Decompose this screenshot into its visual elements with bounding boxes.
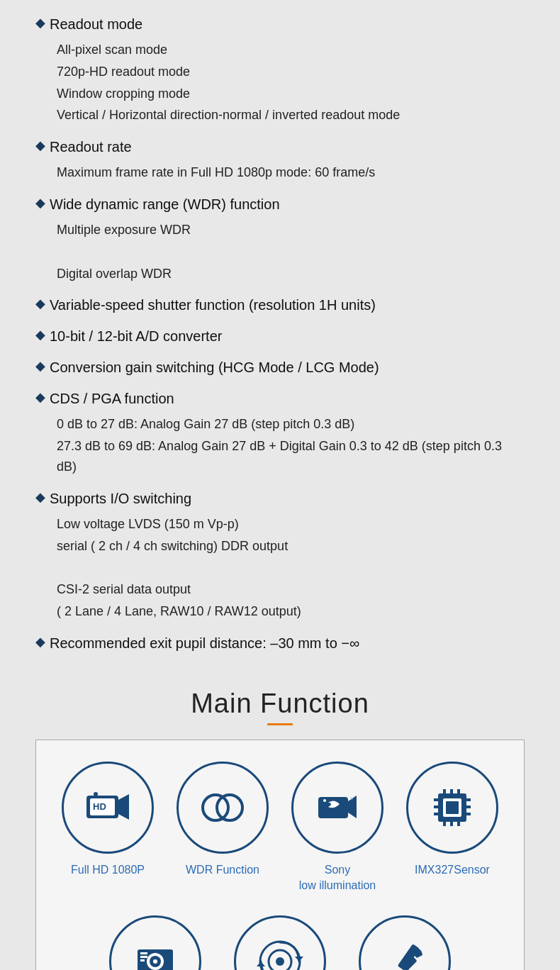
svg-rect-17 xyxy=(443,821,446,826)
svg-marker-1 xyxy=(118,794,129,820)
svg-rect-16 xyxy=(457,789,460,794)
diamond-icon: ◆ xyxy=(35,295,45,313)
svg-rect-23 xyxy=(466,798,471,801)
svg-rect-14 xyxy=(443,789,446,794)
wdr-circle xyxy=(177,762,269,854)
svg-rect-13 xyxy=(446,801,459,814)
spec-cds-title: CDS / PGA function xyxy=(50,389,174,408)
spec-sub: Maximum frame rate in Full HD 1080p mode… xyxy=(57,162,525,183)
spec-readout-rate: ◆ Readout rate Maximum frame rate in Ful… xyxy=(35,137,525,183)
spec-ad-converter: ◆ 10-bit / 12-bit A/D converter xyxy=(35,326,525,346)
diamond-icon: ◆ xyxy=(35,357,45,375)
spec-wdr-title: Wide dynamic range (WDR) function xyxy=(50,194,280,214)
svg-rect-25 xyxy=(466,813,471,815)
svg-rect-32 xyxy=(140,959,145,961)
spec-sub: Vertical / Horizontal direction-normal /… xyxy=(57,105,525,126)
svg-point-29 xyxy=(153,959,157,964)
fixed-focus-circle xyxy=(109,915,201,970)
spec-exit-pupil: ◆ Recommended exit pupil distance: –30 m… xyxy=(35,633,525,653)
spec-sub: Low voltage LVDS (150 m Vp-p) xyxy=(57,514,525,535)
svg-rect-30 xyxy=(140,952,147,954)
full-hd-circle: HD xyxy=(62,762,154,854)
svg-text:HD: HD xyxy=(93,801,106,812)
svg-rect-24 xyxy=(466,805,471,808)
diamond-icon: ◆ xyxy=(35,326,45,344)
spec-wdr: ◆ Wide dynamic range (WDR) function Mult… xyxy=(35,194,525,284)
svg-point-9 xyxy=(323,799,326,802)
spec-sub: ( 2 Lane / 4 Lane, RAW10 / RAW12 output) xyxy=(57,601,525,622)
angle-icon xyxy=(255,937,305,970)
icons-row-1: HD Full HD 1080P WDR Function xyxy=(50,762,510,894)
imx327-circle xyxy=(406,762,498,854)
spec-readout-mode-title: Readout mode xyxy=(50,14,142,34)
spec-io-title: Supports I/O switching xyxy=(50,489,191,508)
wdr-label: WDR Function xyxy=(186,862,259,878)
wdr-icon xyxy=(198,783,247,832)
spec-sub: Digital overlap WDR xyxy=(57,264,525,284)
svg-rect-20 xyxy=(434,798,439,801)
icons-row-2: Fixed focus xyxy=(50,915,510,970)
imx327-icon xyxy=(427,783,477,832)
diamond-icon: ◆ xyxy=(35,137,45,155)
svg-point-4 xyxy=(94,792,98,796)
spec-shutter-title: Variable-speed shutter function (resolut… xyxy=(50,295,376,315)
svg-marker-37 xyxy=(257,961,265,966)
spec-shutter: ◆ Variable-speed shutter function (resol… xyxy=(35,295,525,315)
spec-io-switching: ◆ Supports I/O switching Low voltage LVD… xyxy=(35,489,525,622)
svg-rect-19 xyxy=(457,821,460,826)
spec-conversion-title: Conversion gain switching (HCG Mode / LC… xyxy=(50,357,379,377)
sony-circle xyxy=(291,762,383,854)
icon-wdr: WDR Function xyxy=(166,762,279,878)
icon-customizable: Customizable xyxy=(348,915,461,970)
icon-angle-optional: 5°-240°Angle optional xyxy=(223,915,337,970)
customizable-circle xyxy=(359,915,451,970)
spec-sub: serial ( 2 ch / 4 ch switching) DDR outp… xyxy=(57,536,525,557)
specs-section: ◆ Readout mode All-pixel scan mode 720p-… xyxy=(35,14,525,653)
diamond-icon: ◆ xyxy=(35,14,45,32)
fixed-focus-icon xyxy=(130,937,180,970)
main-function-title: Main Function xyxy=(35,689,525,719)
diamond-icon: ◆ xyxy=(35,633,45,651)
spec-sub: 0 dB to 27 dB: Analog Gain 27 dB (step p… xyxy=(57,414,525,435)
icon-fixed-focus: Fixed focus xyxy=(99,915,212,970)
svg-point-10 xyxy=(351,797,353,799)
svg-rect-31 xyxy=(140,956,147,958)
spec-sub: All-pixel scan mode xyxy=(57,40,525,60)
spec-ad-title: 10-bit / 12-bit A/D converter xyxy=(50,326,222,346)
diamond-icon: ◆ xyxy=(35,194,45,212)
angle-circle xyxy=(234,915,326,970)
spec-sub: 720p-HD readout mode xyxy=(57,62,525,82)
spec-sub: Window cropping mode xyxy=(57,84,525,104)
diamond-icon: ◆ xyxy=(35,489,45,506)
diamond-icon: ◆ xyxy=(35,389,45,406)
imx327-label: IMX327Sensor xyxy=(415,862,490,878)
main-function-section: Main Function HD Full HD 1080P xyxy=(35,689,525,970)
spec-exit-title: Recommended exit pupil distance: –30 mm … xyxy=(50,633,359,653)
svg-rect-21 xyxy=(434,805,439,808)
spec-readout-mode: ◆ Readout mode All-pixel scan mode 720p-… xyxy=(35,14,525,126)
spec-readout-rate-title: Readout rate xyxy=(50,137,132,157)
icon-imx327: IMX327Sensor xyxy=(396,762,509,878)
svg-marker-36 xyxy=(295,957,303,961)
icon-sony-low-illumination: Sony low illumination xyxy=(281,762,394,894)
icons-container: HD Full HD 1080P WDR Function xyxy=(35,740,525,970)
spec-sub xyxy=(57,242,525,262)
spec-sub: 27.3 dB to 69 dB: Analog Gain 27 dB + Di… xyxy=(57,436,525,477)
full-hd-icon: HD xyxy=(83,783,133,832)
spec-sub xyxy=(57,557,525,578)
spec-sub: CSI-2 serial data output xyxy=(57,579,525,600)
svg-rect-22 xyxy=(434,813,439,815)
spec-cds-pga: ◆ CDS / PGA function 0 dB to 27 dB: Anal… xyxy=(35,389,525,476)
customizable-icon xyxy=(380,937,430,970)
full-hd-label: Full HD 1080P xyxy=(71,862,145,878)
icon-full-hd: HD Full HD 1080P xyxy=(51,762,164,878)
spec-conversion-gain: ◆ Conversion gain switching (HCG Mode / … xyxy=(35,357,525,377)
sony-low-illumination-icon xyxy=(313,783,362,832)
svg-point-35 xyxy=(276,957,284,966)
spec-sub: Multiple exposure WDR xyxy=(57,220,525,240)
title-underline xyxy=(267,723,293,725)
svg-rect-15 xyxy=(450,789,453,794)
sony-low-illumination-label: Sony low illumination xyxy=(299,862,376,894)
svg-rect-18 xyxy=(450,821,453,826)
